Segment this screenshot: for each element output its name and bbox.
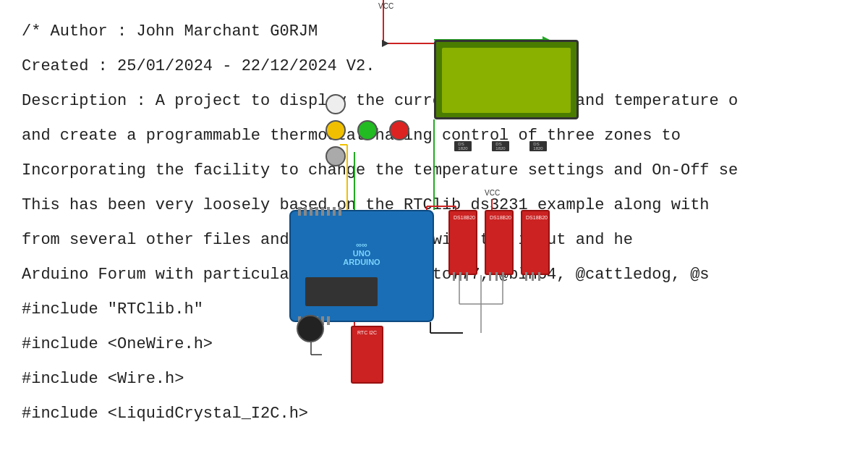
sensor-2-label: DS18B20 (488, 215, 514, 220)
ic-chip-1: DS1820 (454, 141, 472, 151)
sensor-2-pins (489, 272, 504, 281)
button-row-middle (326, 120, 409, 140)
arduino-chip (305, 277, 378, 306)
sensor-group: DS18B20 DS18B20 DS18B20 (448, 210, 550, 275)
button-row-top (326, 94, 409, 114)
svg-marker-27 (382, 40, 389, 47)
rtc-module: RTC I2C (351, 326, 383, 384)
arduino-logo-uno: UNO (343, 249, 380, 258)
ic-chips-inline: DS1820 DS1820 DS1820 (454, 141, 547, 151)
pin-5 (321, 207, 324, 216)
pin-4 (315, 207, 318, 216)
pin-1 (298, 207, 301, 216)
button-red[interactable] (389, 120, 409, 140)
s-pin-8 (532, 272, 534, 281)
arduino-pins-top (298, 207, 341, 216)
button-gray[interactable] (326, 146, 346, 166)
svg-text:VCC: VCC (378, 2, 393, 10)
arduino-board: ∞∞ UNO ARDUINO (289, 210, 434, 322)
circuit-diagram: VCC VCC (275, 0, 868, 456)
s-pin-5 (495, 272, 498, 281)
sensor-3: DS18B20 (521, 210, 550, 275)
button-yellow[interactable] (326, 120, 346, 140)
button-green[interactable] (357, 120, 378, 140)
sensor-1: DS18B20 (448, 210, 477, 275)
pin-7 (333, 207, 336, 216)
s-pin-3 (466, 272, 468, 281)
pin-2 (304, 207, 307, 216)
arduino-logo-brand: ARDUINO (343, 258, 380, 266)
s-pin-6 (502, 272, 504, 281)
buzzer (297, 315, 324, 342)
ic-chip-2: DS1820 (492, 141, 509, 151)
pin-a6 (327, 316, 330, 325)
s-pin-7 (525, 272, 527, 281)
lcd-display (434, 40, 579, 119)
lcd-screen (442, 48, 571, 113)
ic-chip-3: DS1820 (529, 141, 547, 151)
s-pin-9 (538, 272, 540, 281)
button-row-bottom (326, 146, 409, 166)
button-white[interactable] (326, 94, 346, 114)
pin-3 (310, 207, 312, 216)
pin-6 (327, 207, 330, 216)
sensor-1-pins (453, 272, 468, 281)
pin-8 (339, 207, 341, 216)
s-pin-1 (453, 272, 455, 281)
svg-text:VCC: VCC (485, 189, 500, 197)
s-pin-4 (489, 272, 491, 281)
sensor-1-label: DS18B20 (451, 215, 477, 220)
s-pin-2 (459, 272, 461, 281)
button-group (326, 94, 409, 166)
arduino-logo-symbol: ∞∞ (343, 240, 380, 249)
rtc-label: RTC I2C (352, 327, 382, 335)
arduino-logo: ∞∞ UNO ARDUINO (343, 240, 380, 266)
sensor-3-label: DS18B20 (524, 215, 550, 220)
sensor-3-pins (525, 272, 540, 281)
sensor-2: DS18B20 (485, 210, 514, 275)
